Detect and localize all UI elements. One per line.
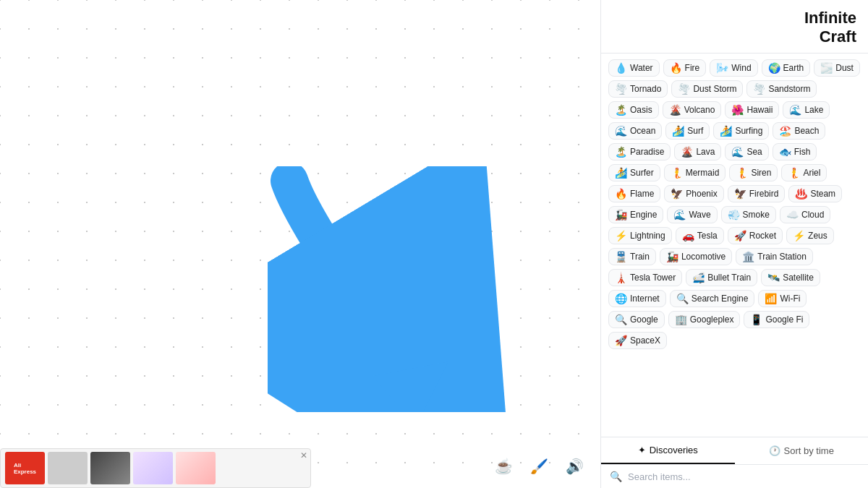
audio-button[interactable]: 🔊: [563, 455, 587, 478]
item-chip-water[interactable]: 💧Water: [608, 59, 660, 77]
item-chip-surf[interactable]: 🏄Surf: [665, 122, 710, 140]
item-chip-search-engine[interactable]: 🔍Search Engine: [670, 290, 755, 307]
item-chip-tesla-tower[interactable]: 🗼Tesla Tower: [608, 269, 682, 286]
item-chip-satellite[interactable]: 🛰️Satellite: [761, 269, 820, 286]
item-chip-oasis[interactable]: 🏝️Oasis: [608, 101, 659, 119]
item-label-googleplex: Googleplex: [690, 314, 734, 325]
item-chip-paradise[interactable]: 🏝️Paradise: [608, 143, 671, 160]
ad-image-3: [90, 452, 130, 484]
item-chip-ocean[interactable]: 🌊Ocean: [608, 122, 662, 140]
item-icon-siren: 🧜: [736, 168, 748, 178]
item-label-train-station: Train Station: [757, 252, 807, 262]
ad-image-4: [133, 452, 173, 484]
item-icon-googleplex: 🏢: [675, 314, 687, 325]
item-chip-internet[interactable]: 🌐Internet: [608, 290, 666, 307]
item-chip-ariel[interactable]: 🧜Ariel: [781, 164, 827, 181]
item-chip-earth[interactable]: 🌍Earth: [762, 59, 811, 77]
item-chip-spacex[interactable]: 🚀SpaceX: [608, 332, 667, 349]
item-chip-train[interactable]: 🚆Train: [608, 248, 656, 265]
item-label-mermaid: Mermaid: [686, 168, 720, 178]
item-chip-mermaid[interactable]: 🧜Mermaid: [664, 164, 726, 181]
ad-image-5: [176, 452, 216, 484]
item-chip-flame[interactable]: 🔥Flame: [608, 185, 660, 202]
item-label-earth: Earth: [783, 63, 804, 73]
item-label-wind: Wind: [731, 63, 751, 73]
item-icon-train-station: 🏛️: [742, 252, 754, 262]
item-icon-steam: ♨️: [795, 189, 807, 199]
item-label-ocean: Ocean: [630, 126, 655, 136]
item-icon-satellite: 🛰️: [767, 273, 780, 283]
item-chip-sandstorm[interactable]: 🌪️Sandstorm: [746, 80, 817, 98]
item-chip-wifi[interactable]: 📶Wi-Fi: [758, 290, 807, 307]
item-label-sandstorm: Sandstorm: [768, 84, 810, 94]
item-chip-hawaii[interactable]: 🌺Hawaii: [725, 101, 779, 119]
item-chip-lake[interactable]: 🌊Lake: [783, 101, 830, 119]
item-chip-wind[interactable]: 🌬️Wind: [710, 59, 757, 77]
item-label-google-fi: Google Fi: [765, 314, 803, 325]
item-chip-engine[interactable]: 🚂Engine: [608, 206, 663, 223]
item-chip-cloud[interactable]: ☁️Cloud: [780, 206, 830, 223]
item-icon-phoenix: 🦅: [671, 189, 683, 199]
canvas-toolbar: ☕ 🖌️ 🔊: [492, 455, 587, 478]
item-chip-dust-storm[interactable]: 🌪️Dust Storm: [671, 80, 743, 98]
item-chip-locomotive[interactable]: 🚂Locomotive: [660, 248, 732, 265]
item-icon-google-fi: 📱: [750, 314, 762, 325]
item-icon-wave: 🌊: [673, 210, 686, 220]
item-label-dust-storm: Dust Storm: [693, 84, 736, 94]
item-chip-google[interactable]: 🔍Google: [608, 311, 665, 328]
item-label-volcano: Volcano: [684, 105, 715, 115]
item-label-phoenix: Phoenix: [686, 189, 717, 199]
item-chip-smoke[interactable]: 💨Smoke: [721, 206, 776, 223]
item-label-surfer: Surfer: [630, 168, 654, 178]
item-icon-hawaii: 🌺: [731, 105, 744, 115]
search-input[interactable]: [628, 471, 859, 482]
item-icon-earth: 🌍: [768, 63, 780, 73]
item-icon-ariel: 🧜: [788, 168, 800, 178]
item-chip-lightning[interactable]: ⚡Lightning: [608, 227, 672, 244]
item-icon-internet: 🌐: [615, 294, 627, 304]
item-icon-surfer: 🏄: [615, 168, 627, 178]
item-icon-train: 🚆: [615, 252, 627, 262]
item-chip-wave[interactable]: 🌊Wave: [667, 206, 717, 223]
ad-close-button[interactable]: ✕: [300, 450, 307, 461]
coffee-button[interactable]: ☕: [492, 455, 516, 478]
item-label-siren: Siren: [751, 168, 771, 178]
item-icon-sandstorm: 🌪️: [753, 84, 765, 94]
item-chip-train-station[interactable]: 🏛️Train Station: [736, 248, 813, 265]
tab-discoveries[interactable]: ✦Discoveries: [601, 437, 735, 464]
item-chip-googleplex[interactable]: 🏢Googleplex: [668, 311, 741, 328]
craft-canvas[interactable]: ☕ 🖌️ 🔊 ✕ AliExpress: [0, 0, 600, 488]
brush-button[interactable]: 🖌️: [527, 455, 551, 478]
item-chip-fish[interactable]: 🐟Fish: [773, 143, 817, 160]
item-icon-dust: 🌫️: [820, 63, 833, 73]
item-chip-zeus[interactable]: ⚡Zeus: [786, 227, 834, 244]
tab-bar: ✦Discoveries🕐Sort by time: [601, 437, 868, 465]
item-label-fish: Fish: [794, 147, 811, 157]
items-scroll-area[interactable]: 💧Water🔥Fire🌬️Wind🌍Earth🌫️Dust🌪️Tornado🌪️…: [601, 53, 868, 437]
item-chip-volcano[interactable]: 🌋Volcano: [663, 101, 722, 119]
item-icon-flame: 🔥: [615, 189, 627, 199]
item-chip-fire[interactable]: 🔥Fire: [663, 59, 707, 77]
item-chip-beach[interactable]: 🏖️Beach: [773, 122, 825, 140]
item-icon-tornado: 🌪️: [615, 84, 627, 94]
item-icon-beach: 🏖️: [779, 126, 791, 136]
item-chip-surfing[interactable]: 🏄Surfing: [713, 122, 769, 140]
item-chip-rocket[interactable]: 🚀Rocket: [728, 227, 783, 244]
item-chip-dust[interactable]: 🌫️Dust: [814, 59, 860, 77]
item-chip-bullet-train[interactable]: 🚅Bullet Train: [686, 269, 757, 286]
item-icon-tesla: 🚗: [682, 231, 694, 241]
item-chip-tesla[interactable]: 🚗Tesla: [676, 227, 724, 244]
item-icon-dust-storm: 🌪️: [678, 84, 690, 94]
item-chip-sea[interactable]: 🌊Sea: [725, 143, 768, 160]
item-chip-surfer[interactable]: 🏄Surfer: [608, 164, 660, 181]
item-chip-firebird[interactable]: 🦅Firebird: [728, 185, 786, 202]
item-chip-google-fi[interactable]: 📱Google Fi: [744, 311, 809, 328]
item-chip-siren[interactable]: 🧜Siren: [729, 164, 778, 181]
item-chip-tornado[interactable]: 🌪️Tornado: [608, 80, 668, 98]
item-chip-phoenix[interactable]: 🦅Phoenix: [664, 185, 723, 202]
item-icon-firebird: 🦅: [734, 189, 746, 199]
tab-sort[interactable]: 🕐Sort by time: [735, 437, 869, 464]
item-label-lake: Lake: [804, 105, 823, 115]
item-chip-lava[interactable]: 🌋Lava: [674, 143, 721, 160]
item-chip-steam[interactable]: ♨️Steam: [788, 185, 842, 202]
